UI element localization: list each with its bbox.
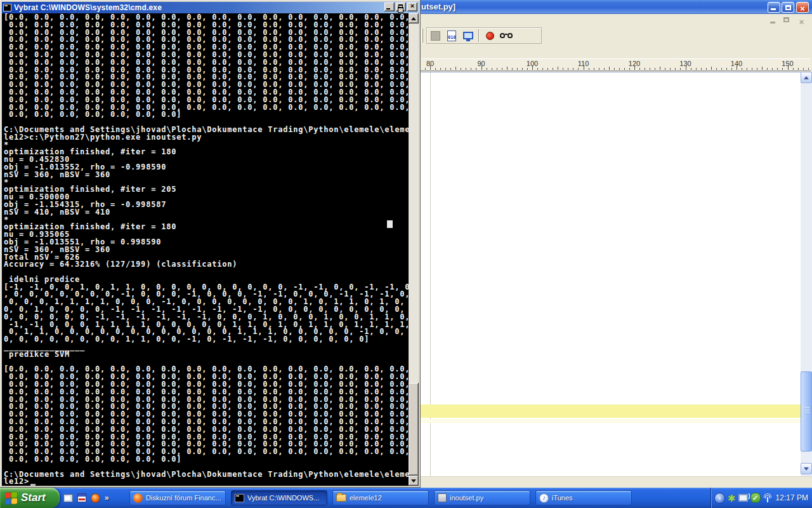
ruler-tick — [455, 67, 456, 70]
show-desktop-icon[interactable] — [63, 494, 73, 502]
ruler-tick — [558, 67, 558, 70]
toolbar-grip[interactable] — [421, 29, 423, 43]
ruler-tick — [517, 68, 518, 70]
ruler-tick — [665, 68, 665, 70]
watch-button[interactable] — [499, 29, 514, 43]
editor-bottom-strip — [419, 476, 812, 488]
console-output: [0.0, 0.0, 0.0, 0.0, 0.0, 0.0, 0.0, 0.0,… — [2, 13, 409, 486]
taskbar-button-folder[interactable]: elemele12 — [332, 490, 429, 505]
ruler-label: 140 — [731, 60, 742, 67]
taskbar-button-inoutset[interactable]: inoutset.py — [434, 490, 530, 505]
close-icon: × — [799, 17, 804, 27]
ruler-tick — [777, 68, 778, 70]
ruler-tick — [711, 67, 712, 70]
ruler-label: 110 — [578, 60, 589, 67]
editor-document-area[interactable] — [420, 72, 801, 476]
ruler-tick — [563, 68, 563, 70]
scroll-down-button[interactable] — [801, 463, 812, 474]
close-button[interactable]: × — [796, 2, 809, 13]
current-line-highlight-faint — [421, 419, 801, 423]
ruler-tick — [624, 68, 625, 70]
restore-button[interactable] — [396, 3, 406, 11]
ruler-tick — [803, 68, 804, 70]
ruler-tick — [568, 68, 568, 70]
ruler-tick — [701, 68, 702, 70]
ruler-label: 100 — [527, 60, 538, 67]
ruler-tick — [721, 68, 722, 70]
ruler-tick — [752, 68, 752, 70]
editor-vertical-scrollbar[interactable] — [801, 72, 812, 476]
ruler-tick — [650, 68, 650, 70]
scroll-down-button[interactable] — [409, 476, 419, 486]
console-vertical-scrollbar[interactable] — [409, 13, 419, 486]
blank-swatch-button[interactable] — [428, 29, 443, 43]
green-flower-icon[interactable]: ✱ — [728, 493, 736, 503]
mdi-minimize-button[interactable] — [768, 16, 779, 25]
binary-document-icon: 010 — [447, 30, 456, 41]
taskbar-clock[interactable]: 12:17 PM — [776, 493, 808, 502]
security-check-icon[interactable]: ✓ — [750, 493, 761, 503]
start-button[interactable]: Start — [0, 488, 60, 508]
taskbar-button-firefox[interactable]: Diskuzní fórum Financ... — [129, 490, 226, 505]
taskbar-button-cmd[interactable]: Vybrat C:\WINDOWS... — [231, 490, 327, 505]
ruler-tick — [471, 68, 471, 70]
scroll-up-button[interactable] — [801, 72, 812, 83]
mdi-close-button[interactable]: × — [796, 16, 807, 25]
ruler-tick — [445, 68, 446, 70]
minimize-icon — [771, 8, 776, 10]
quick-launch-overflow-chevron[interactable]: » — [105, 493, 109, 502]
scrollbar-thumb[interactable] — [801, 371, 812, 451]
ruler-tick — [594, 68, 594, 70]
scroll-up-button[interactable] — [409, 13, 419, 23]
ruler-tick — [450, 68, 451, 70]
console-body[interactable]: [0.0, 0.0, 0.0, 0.0, 0.0, 0.0, 0.0, 0.0,… — [2, 13, 409, 486]
ruler-tick — [726, 68, 727, 70]
windows-logo-icon — [5, 491, 18, 505]
ruler-tick — [425, 68, 426, 70]
taskbar-button-label: inoutset.py — [450, 494, 483, 502]
firefox-icon — [133, 493, 143, 503]
ruler-tick — [696, 68, 697, 70]
mdi-restore-button[interactable] — [781, 16, 792, 25]
minimize-button[interactable] — [768, 2, 780, 13]
monitor-view-button[interactable] — [461, 29, 476, 43]
taskbar-button-label: elemele12 — [350, 494, 382, 502]
cmd-window: Vybrat C:\WINDOWS\system32\cmd.exe × [0.… — [0, 0, 421, 488]
toolbar-separator — [478, 29, 480, 42]
editor-window-title: utset.py] — [421, 2, 455, 11]
collapse-chevron-icon[interactable]: ‹ — [714, 493, 725, 504]
ruler-tick — [466, 68, 466, 70]
ruler-tick — [492, 68, 492, 70]
editor-titlebar[interactable]: utset.py] × — [419, 0, 812, 14]
record-button[interactable] — [482, 29, 497, 43]
toolbar-panel: 010 — [426, 27, 542, 44]
disk-icon[interactable] — [77, 493, 86, 502]
cmd-titlebar[interactable]: Vybrat C:\WINDOWS\system32\cmd.exe × — [2, 2, 419, 13]
arrow-up-icon — [804, 76, 809, 79]
ruler-tick — [706, 68, 707, 70]
taskbar-button-itunes[interactable]: ♪ iTunes — [535, 490, 632, 505]
wireless-icon[interactable] — [763, 493, 772, 502]
binary-view-button[interactable]: 010 — [444, 29, 459, 43]
minimize-button[interactable] — [384, 3, 395, 11]
arrow-down-icon — [411, 479, 416, 483]
taskbar-button-label: Vybrat C:\WINDOWS... — [247, 494, 319, 502]
quick-launch-bar: » — [63, 488, 127, 508]
ruler-tick — [487, 68, 487, 70]
cmd-window-title: Vybrat C:\WINDOWS\system32\cmd.exe — [14, 3, 162, 12]
restore-icon — [785, 5, 791, 10]
ruler-tick — [542, 68, 543, 70]
ruler-tick — [808, 68, 809, 70]
network-monitor-icon[interactable] — [738, 494, 748, 502]
ruler-tick — [537, 68, 538, 70]
restore-button[interactable] — [782, 2, 794, 13]
ruler-tick — [435, 68, 436, 70]
firefox-icon[interactable] — [91, 493, 100, 503]
ruler-tick — [599, 68, 599, 70]
folder-icon — [336, 494, 346, 502]
scrollbar-thumb[interactable] — [409, 383, 419, 476]
ruler-tick — [782, 68, 783, 70]
ruler-tick — [793, 68, 794, 70]
ruler-tick — [639, 68, 640, 70]
close-button[interactable]: × — [407, 3, 417, 11]
